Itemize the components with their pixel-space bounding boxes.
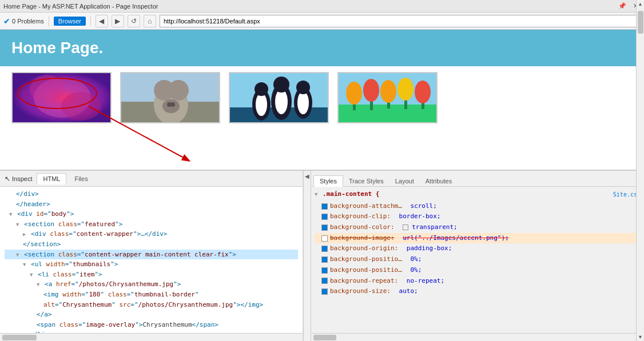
prop-value-strikethrough: url("../Images/accent.png");: [403, 233, 508, 244]
style-prop-background-image: background-image: url("../Images/accent.…: [315, 233, 641, 244]
expand-icon[interactable]: [16, 220, 19, 228]
svg-point-30: [363, 79, 379, 102]
hscroll-thumb[interactable]: [2, 335, 37, 340]
tab-styles[interactable]: Styles: [313, 175, 343, 187]
svg-point-11: [162, 99, 180, 113]
prop-checkbox[interactable]: [321, 256, 328, 263]
expand-icon[interactable]: [23, 260, 26, 268]
thumbnail-tulips[interactable]: [337, 72, 438, 123]
html-line: <span class="image-overlay">Chrysanthemu…: [5, 320, 298, 330]
back-button[interactable]: ◀: [96, 15, 108, 27]
flower-svg: [13, 72, 110, 123]
style-rule-header: .main-content { Site.css: [315, 189, 641, 200]
svg-point-22: [255, 82, 268, 96]
style-prop-background-position-x: background-positio… 0%;: [315, 254, 641, 265]
color-swatch[interactable]: [403, 224, 408, 230]
svg-point-32: [380, 80, 396, 103]
svg-point-13: [170, 102, 175, 107]
svg-point-36: [415, 81, 431, 103]
browser-button[interactable]: Browser: [54, 17, 86, 26]
page-header: Home Page.: [0, 30, 644, 66]
svg-point-4: [30, 75, 64, 103]
thumbnail-chrysanthemum[interactable]: [11, 72, 112, 123]
address-bar[interactable]: [160, 15, 641, 27]
styles-scroll-track: [637, 187, 644, 333]
html-line-highlighted: <section class="content-wrapper main-con…: [5, 250, 298, 260]
svg-point-21: [297, 91, 309, 114]
prop-checkbox[interactable]: [321, 267, 328, 274]
styles-hscroll-thumb[interactable]: [313, 335, 336, 340]
prop-checkbox[interactable]: [321, 246, 328, 252]
html-line: <div class="content-wrapper">…</div>: [5, 229, 298, 239]
prop-checkbox[interactable]: [321, 214, 328, 220]
main-window: Home Page - My ASP.NET Application - Pag…: [0, 0, 644, 341]
home-button[interactable]: ⌂: [144, 15, 156, 27]
style-prop-background-repeat: background-repeat: no-repeat;: [315, 276, 641, 287]
thumbnail-koala-img: [121, 73, 219, 122]
title-bar: Home Page - My ASP.NET Application - Pag…: [0, 0, 644, 13]
browser-section: Home Page.: [0, 30, 644, 170]
separator-1: [49, 16, 49, 26]
thumbnail-penguins[interactable]: [229, 72, 329, 123]
html-panel: ↖ Inspect HTML Files </div> </header>: [0, 171, 303, 341]
left-content: Home Page.: [0, 30, 644, 129]
html-line: <ul width="thumbnails">: [5, 259, 298, 270]
prop-checkbox[interactable]: [321, 224, 328, 231]
thumbnails-area: [0, 66, 644, 129]
style-prop-background-size: background-size: auto;: [315, 286, 641, 297]
prop-checkbox[interactable]: [321, 235, 328, 242]
html-panel-tabs: ↖ Inspect HTML Files: [0, 171, 303, 187]
html-line: </header>: [5, 199, 298, 210]
style-prop-background-color: background-color: transparent;: [315, 222, 641, 233]
files-tab[interactable]: Files: [69, 174, 93, 184]
styles-inner: .main-content { Site.css background-atta…: [311, 187, 644, 333]
styles-scrollbar[interactable]: ▲ ▼: [636, 187, 644, 333]
window-title: Home Page - My ASP.NET Application - Pag…: [3, 3, 158, 10]
expand-icon[interactable]: [315, 190, 317, 198]
html-line: <img width="180" class="thumbnail-border…: [5, 290, 298, 300]
svg-point-19: [275, 89, 288, 114]
html-line: <section class="featured">: [5, 219, 298, 230]
pin-button[interactable]: 📌: [616, 2, 629, 10]
expand-icon[interactable]: [9, 210, 12, 218]
tab-trace-styles[interactable]: Trace Styles: [343, 176, 389, 186]
html-line: </div>: [5, 189, 298, 199]
bottom-panel: ↖ Inspect HTML Files </div> </header>: [0, 170, 644, 341]
svg-point-17: [256, 93, 267, 116]
svg-point-10: [168, 80, 189, 101]
expand-icon[interactable]: [23, 230, 26, 238]
style-prop-background-origin: background-origin: padding-box;: [315, 243, 641, 254]
expand-icon[interactable]: [16, 251, 19, 258]
prop-checkbox[interactable]: [321, 288, 328, 295]
thumbnail-flower-img: [13, 73, 110, 122]
style-prop-background-position-y: background-positio… 0%;: [315, 265, 641, 276]
style-prop-background-attachment: background-attachm… scroll;: [315, 201, 641, 212]
expand-icon[interactable]: [37, 280, 39, 288]
thumbnail-tulips-img: [339, 73, 436, 122]
forward-button[interactable]: ▶: [112, 15, 124, 27]
svg-point-23: [273, 77, 289, 93]
svg-point-34: [397, 78, 414, 101]
thumbnail-penguins-img: [230, 73, 328, 122]
thumbnail-koala[interactable]: [120, 72, 220, 123]
html-hscroll[interactable]: [0, 333, 303, 341]
collapse-panel-button[interactable]: ◀: [303, 171, 311, 341]
prop-checkbox[interactable]: [321, 203, 328, 210]
styles-hscroll[interactable]: [311, 333, 644, 341]
koala-svg: [121, 73, 220, 123]
html-tab[interactable]: HTML: [37, 173, 66, 184]
tab-layout[interactable]: Layout: [389, 176, 420, 186]
penguins-svg: [230, 73, 329, 123]
html-line: <a href="/photos/Chrysanthemum.jpg">: [5, 279, 298, 290]
check-icon: ✔: [3, 17, 10, 26]
refresh-button[interactable]: ↺: [128, 15, 140, 27]
style-selector: .main-content {: [315, 189, 379, 200]
page-title: Home Page.: [11, 39, 633, 57]
expand-icon[interactable]: [30, 271, 33, 278]
styles-panel-tabs: Styles Trace Styles Layout Attributes: [311, 171, 644, 187]
tab-attributes[interactable]: Attributes: [420, 176, 458, 186]
prop-checkbox[interactable]: [321, 278, 328, 284]
html-line: </a>: [5, 310, 298, 320]
inspect-button[interactable]: ↖ Inspect: [2, 174, 34, 184]
svg-point-28: [346, 82, 362, 105]
